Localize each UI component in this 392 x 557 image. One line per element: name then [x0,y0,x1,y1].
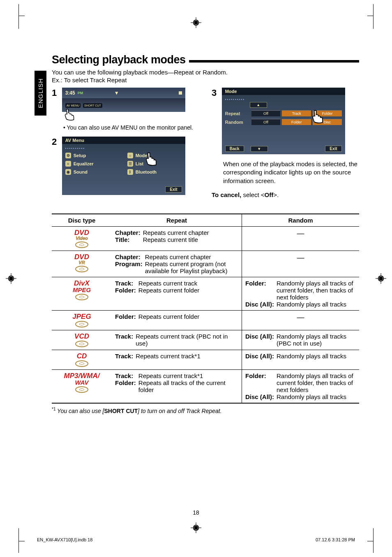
page: ENGLISH Selecting playback modes You can… [0,0,392,557]
value-text: Repeats current track (PBC not in use) [136,333,238,347]
table-header-random: Random [242,214,360,227]
equalizer-icon: ≡ [65,161,71,167]
disc-logo-icon: CD [75,353,88,367]
value-text: Repeats current title [143,236,209,243]
step-number: 3 [212,88,217,98]
clock-time: 3:45 [65,90,75,96]
key-label: Disc (All): [245,333,277,347]
svg-rect-11 [379,277,383,281]
value-text: Randomly plays all tracks of current fol… [277,280,356,301]
footnote-bold: SHORT CUT [104,407,138,414]
value-text: Repeats all tracks of the current folder [138,379,238,393]
exit-button[interactable]: Exit [165,186,182,193]
mode-option-selected[interactable]: Track [282,110,311,116]
key-label: Folder: [245,372,277,393]
exit-button[interactable]: Exit [325,146,341,152]
key-label: Folder: [115,379,138,393]
gear-icon: ⚙ [65,153,71,158]
disc-type-cell: DVDVideo [52,226,112,251]
mode-option[interactable]: Folder [282,119,311,125]
value-text: Repeats current folder [138,313,199,320]
value-text: Randomly plays all tracks [277,393,356,400]
svg-rect-15 [194,526,198,530]
short-cut-button[interactable]: SHORT CUT [83,103,102,108]
cancel-instruction: To cancel, select <Off>. [212,191,359,198]
key-label: Folder: [115,313,138,320]
value-text: Repeats current program (not available f… [145,260,238,274]
title-rule-icon [189,60,359,63]
value-text: Randomly plays all tracks [277,353,346,360]
random-cell: Disc (All):Randomly plays all tracks (PB… [242,330,360,350]
table-row: DivXMPEGTrack:Repeats current trackFolde… [52,277,359,310]
mode-row-label: Repeat [225,111,250,116]
chevron-down-icon: ▼ [114,90,119,96]
disc-logo-icon: DVDVR [74,253,89,272]
up-arrow-button[interactable]: ▲ [250,102,267,108]
key-label: Folder: [245,280,277,301]
language-tab: ENGLISH [35,71,46,116]
value-text: Repeats current track*1 [136,353,201,360]
registration-mark-icon [191,522,201,533]
print-footer: EN_KW-AVX710[U].indb 18 07.12.6 3:31:28 … [37,537,355,542]
registration-mark-icon [376,273,386,284]
menu-item-equalizer[interactable]: ≡Equalizer [65,161,120,167]
menu-item-bluetooth[interactable]: ᛒBluetooth [127,169,182,175]
pointer-hand-icon [144,152,158,167]
pointer-hand-icon [311,110,325,125]
menu-label: Equalizer [74,161,94,166]
disc-type-cell: CD [52,350,112,369]
footnote-sup: *1 [52,407,55,411]
key-label: Chapter: [115,229,143,236]
bluetooth-icon: ᛒ [127,169,133,175]
value-text: Randomly plays all tracks of current fol… [277,372,356,393]
footnote-lead: You can also use [ [57,407,104,414]
dashes-icon: ▪▪▪▪▪▪▪▪▪▪ [65,146,182,150]
repeat-cell: Track:Repeats current track (PBC not in … [112,330,242,350]
dashes-icon: ▪▪▪▪▪▪▪▪▪▪ [225,97,342,101]
repeat-cell: Chapter:Repeats current chapterTitle:Rep… [112,226,242,251]
key-label: Disc (All): [245,301,277,308]
footnote-tail: ] to turn on and off Track Repeat. [138,407,221,414]
disc-logo-icon: DVDVideo [74,229,89,248]
disc-type-cell: JPEG [52,310,112,330]
table-row: DVDVideoChapter:Repeats current chapterT… [52,226,359,251]
cancel-off: Off [265,191,274,198]
mode-option[interactable]: Off [251,119,281,125]
pointer-hand-icon [63,109,76,121]
value-text: Repeats current folder [138,287,199,294]
value-text: Randomly plays all tracks (PBC not in us… [277,333,356,347]
menu-item-setup[interactable]: ⚙Setup [65,153,120,158]
table-row: JPEGFolder:Repeats current folder— [52,310,359,330]
disc-type-cell: VCD [52,330,112,350]
footer-right: 07.12.6 3:31:28 PM [316,537,355,542]
down-arrow-button[interactable]: ▼ [251,146,268,152]
crop-mark-icon [361,528,374,553]
screen-step1: 3:45 PM ▼ AV MENU SHORT CUT [62,88,185,112]
repeat-cell: Chapter:Repeats current chapterProgram:R… [112,251,242,277]
registration-mark-icon [191,17,201,28]
table-row: VCDTrack:Repeats current track (PBC not … [52,330,359,350]
value-text: Repeats current track*1 [138,372,238,379]
av-menu-button[interactable]: AV MENU [65,103,81,108]
title-text: Selecting playback modes [52,53,186,66]
menu-label: Setup [74,153,86,158]
content: Selecting playback modes You can use the… [52,53,359,414]
menu-item-sound[interactable]: ◉Sound [65,169,120,175]
mode-option[interactable]: Off [251,110,281,116]
value-text: Repeats current track [138,280,199,287]
playback-modes-table: Disc type Repeat Random DVDVideoChapter:… [52,214,359,404]
repeat-cell: Track:Repeats current track*1Folder:Repe… [112,369,242,403]
disc-logo-icon: JPEG [72,313,91,327]
key-label: Track: [115,372,138,379]
clock-ampm: PM [78,91,83,95]
menu-label: List [136,161,144,166]
back-button[interactable]: Back [225,146,244,152]
disc-logo-icon: VCD [74,333,89,347]
list-icon: ☰ [127,161,133,167]
stop-icon [179,91,182,95]
menu-label: Bluetooth [136,169,157,174]
footnote: *1 You can also use [SHORT CUT] to turn … [52,407,359,414]
mode-row-label: Random [225,120,250,125]
table-row: DVDVRChapter:Repeats current chapterProg… [52,251,359,277]
menu-label: Sound [74,169,88,174]
